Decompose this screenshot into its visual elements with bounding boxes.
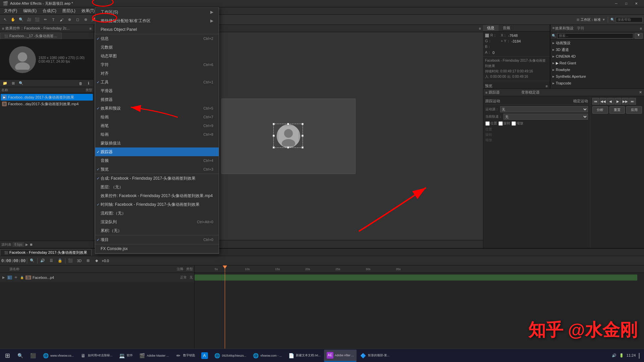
taskbar-app-10[interactable]: 🔷 矩形的颈部-浆... xyxy=(357,350,392,362)
project-item-0[interactable]: ▶ Faceboo..dsday 2017-头像动画签到效果 xyxy=(1,94,93,101)
layer-expand-btn[interactable]: ▶ xyxy=(1,276,6,279)
menu-accumulate[interactable]: ✓ 累积:（无） xyxy=(95,226,219,235)
taskbar-app-8[interactable]: 📄 新建文本文档.txt... xyxy=(285,350,323,362)
tool-select[interactable]: ↖ xyxy=(1,16,9,23)
tracker-track-select[interactable]: 无 xyxy=(503,114,588,120)
tool-brush[interactable]: 🖌 xyxy=(58,16,65,23)
tool-roto[interactable]: ⊗ xyxy=(82,16,89,23)
menu-comp-facebook[interactable]: ✓ 合成: Facebook - Friendsday 2017-头像动画签到效… xyxy=(95,174,219,183)
tracker-scale-check[interactable] xyxy=(512,121,516,126)
menu-draw[interactable]: ✓ 绘画 Ctrl+8 xyxy=(95,130,219,139)
taskbar-taskview[interactable]: ⬛ xyxy=(27,350,39,362)
menu-character[interactable]: ✓ 字符 Ctrl+6 xyxy=(95,60,219,69)
taskbar-app-7[interactable]: 🌐 vfxwow.com - ... xyxy=(250,350,284,362)
menu-audio[interactable]: ✓ 音频 Ctrl+4 xyxy=(95,156,219,165)
menu-preview[interactable]: ✓ 预览 Ctrl+3 xyxy=(95,165,219,174)
effects-group-rowbyte[interactable]: ▶Rowbyte xyxy=(550,66,644,73)
tracker-transport-prev[interactable]: ◀◀ xyxy=(600,98,606,105)
menu-align[interactable]: ✓ 对齐 xyxy=(95,69,219,78)
tool-pen2[interactable]: ✏ xyxy=(42,16,49,23)
menu-wiggler[interactable]: ✓ 摇摆器 xyxy=(95,95,219,104)
comp-menu-btn[interactable]: ≡ xyxy=(479,26,481,31)
tool-clone[interactable]: ⊕ xyxy=(66,16,73,23)
project-btn-play[interactable]: ▶ xyxy=(25,243,28,246)
menu-assign-shortcut[interactable]: ✓ 将快捷键分配给'标准'工作区 ▶ xyxy=(95,16,219,25)
proj-btn-delete[interactable]: 🗑 xyxy=(77,80,84,87)
workspace-arrow[interactable]: ▼ xyxy=(602,18,605,21)
minimize-button[interactable]: ─ xyxy=(611,0,621,7)
effects-group-redgiant[interactable]: ▶▶ Red Giant xyxy=(550,60,644,66)
tracker-transport-back[interactable]: ◀ xyxy=(607,98,614,105)
tracker-apply-btn[interactable]: 应用 xyxy=(626,106,642,114)
tracker-close[interactable]: ✕ xyxy=(639,90,642,95)
tracker-transport-last[interactable]: ⏭ xyxy=(629,98,636,105)
tracker-reset-btn[interactable]: 重置 xyxy=(609,106,625,114)
tab-info[interactable]: 信息 xyxy=(483,25,499,31)
proj-btn-info[interactable]: ℹ xyxy=(85,80,92,87)
taskbar-clock[interactable]: 11:24 xyxy=(627,353,636,358)
effects-group-cinema4d[interactable]: ▶CINEMA 4D xyxy=(550,53,644,60)
effects-char-tab[interactable]: 字符 xyxy=(577,26,584,31)
tracker-transport-first[interactable]: ⏮ xyxy=(592,98,599,105)
effects-group-synthetic[interactable]: ▶Synthetic Aperture xyxy=(550,73,644,80)
search-help-input[interactable] xyxy=(616,17,643,22)
effects-search-btn[interactable]: ▼ xyxy=(635,33,643,39)
close-button[interactable]: ✕ xyxy=(631,0,641,7)
tracker-transport-play[interactable]: ▶ xyxy=(614,98,621,105)
tracker-analyze-btn[interactable]: 分析 xyxy=(592,106,608,114)
tool-eraser[interactable]: ◻ xyxy=(74,16,81,23)
tl-btn-mute[interactable]: 🔊 xyxy=(39,257,46,264)
preview-menu[interactable]: ≡ xyxy=(546,84,548,88)
tl-btn-3d[interactable]: 3D xyxy=(75,257,83,264)
menu-effect-ctrl[interactable]: ✓ 效果控件: Facebook - Friendsday 2017-头像动画签… xyxy=(95,191,219,200)
menu-project[interactable]: ✓ 项目 Ctrl+0 xyxy=(95,235,219,244)
menu-file[interactable]: 文件(F) xyxy=(1,7,20,14)
menu-plexus[interactable]: ✓ Plexus Object Panel xyxy=(95,25,219,34)
layer-ctrl-lock[interactable]: 🔒 xyxy=(19,275,24,280)
menu-layer[interactable]: 图层(L) xyxy=(60,7,78,14)
tool-text[interactable]: T xyxy=(50,16,57,23)
taskbar-search[interactable]: 🔍 xyxy=(14,350,26,362)
maximize-button[interactable]: □ xyxy=(621,0,631,7)
taskbar-start[interactable]: ⊞ xyxy=(1,350,13,362)
menu-motion-sketch[interactable]: ✓ 动态草图 xyxy=(95,52,219,60)
tracker-source-select[interactable]: 无 xyxy=(500,106,588,112)
taskbar-app-6[interactable]: 🌐 092548qchieszs... xyxy=(211,350,249,362)
menu-smoother[interactable]: ✓ 平滑器 xyxy=(95,86,219,95)
tl-btn-solo[interactable]: ☰ xyxy=(48,257,55,264)
tool-camera[interactable]: 🎥 xyxy=(25,16,33,23)
tab-project[interactable]: ⬛ Faceboo..._17 -头像动画签… xyxy=(0,33,62,39)
menu-layer-none[interactable]: ✓ 图层: （无） xyxy=(95,183,219,191)
taskbar-app-0[interactable]: 🌐 www.vfxwow.co... xyxy=(40,350,76,362)
taskbar-app-4[interactable]: ✏ 数字钥匙 xyxy=(172,350,198,362)
menu-edit[interactable]: 编辑(E) xyxy=(20,7,39,14)
taskbar-app-1[interactable]: 🖥 如何用AE去除标... xyxy=(77,350,115,362)
menu-mask-interp[interactable]: ✓ 蒙版插值法 xyxy=(95,139,219,147)
menu-effects[interactable]: 效果(T) xyxy=(79,7,97,14)
menu-render-queue[interactable]: ✓ 渲染队列 Ctrl+Alt+0 xyxy=(95,218,219,226)
tl-btn-search[interactable]: 🔍 xyxy=(29,257,36,264)
tool-zoom[interactable]: 🔍 xyxy=(17,16,25,23)
menu-effects-presets[interactable]: ✓ 效果和预设 Ctrl+5 xyxy=(95,104,219,113)
proj-btn-new-folder[interactable]: 📁 xyxy=(1,80,9,87)
tab-audio[interactable]: 音频 xyxy=(499,25,515,31)
tl-btn-lock[interactable]: 🔒 xyxy=(56,257,64,264)
taskbar-app-5[interactable]: A xyxy=(199,350,211,362)
effects-menu-btn[interactable]: ≡ xyxy=(640,26,642,31)
menu-tracker[interactable]: ✓ 跟踪器 xyxy=(95,147,219,156)
menu-paint[interactable]: ✓ 绘画 Ctrl+7 xyxy=(95,113,219,121)
menu-fx-console[interactable]: ✓ FX Console.jsx xyxy=(95,244,219,253)
effects-search-input[interactable] xyxy=(557,33,633,39)
proj-btn-new-comp[interactable]: ⊞ xyxy=(9,80,17,87)
tracker-rot-check[interactable] xyxy=(498,121,503,126)
taskbar-show-desktop[interactable]: | xyxy=(638,352,640,359)
taskbar-app-2[interactable]: 💻 软件 xyxy=(116,350,136,362)
menu-brush[interactable]: ✓ 画笔 Ctrl+9 xyxy=(95,121,219,130)
menu-flowchart[interactable]: ✓ 流程图:（无） xyxy=(95,209,219,218)
tool-shape[interactable]: ⬛ xyxy=(34,16,41,23)
tracker-tab2[interactable]: 变形稳定器 xyxy=(521,90,540,95)
menu-compose[interactable]: 合成(C) xyxy=(40,7,59,14)
menu-info[interactable]: ✓ 信息 Ctrl+2 xyxy=(95,34,219,43)
proj-btn-search[interactable]: 🔍 xyxy=(17,80,25,87)
menu-metadata[interactable]: ✓ 元数据 xyxy=(95,43,219,52)
